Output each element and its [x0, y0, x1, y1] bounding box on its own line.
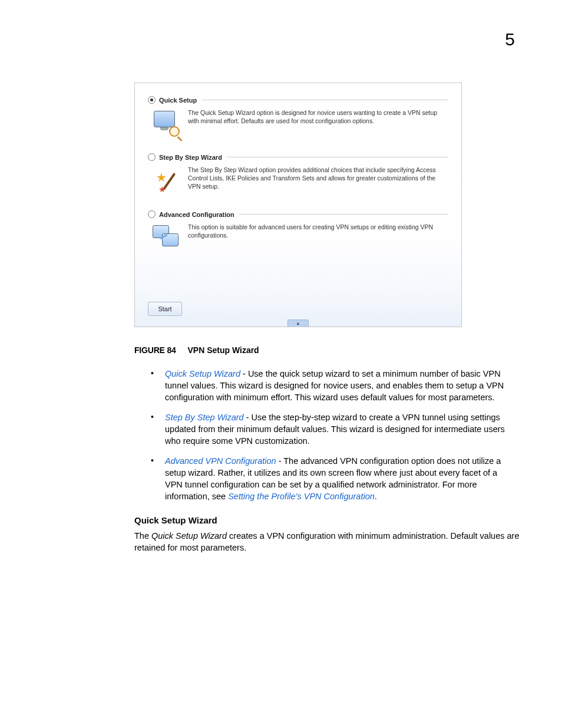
two-monitors-icon: [151, 223, 180, 251]
option-label: Step By Step Wizard: [159, 154, 222, 161]
option-label: Advanced Configuration: [159, 211, 234, 218]
radio-advanced[interactable]: [148, 210, 156, 218]
para-text: The: [134, 531, 151, 541]
page-number: 5: [505, 29, 515, 50]
figure-caption: FIGURE 84 VPN Setup Wizard: [134, 345, 516, 355]
list-item: Step By Step Wizard - Use the step-by-st…: [151, 411, 516, 447]
link-quick-setup-wizard[interactable]: Quick Setup Wizard: [165, 369, 240, 378]
option-description: The Quick Setup Wizard option is designe…: [188, 108, 448, 137]
option-step-by-step[interactable]: Step By Step Wizard ★★ The Step By Step …: [148, 153, 448, 194]
divider: [201, 100, 448, 100]
radio-quick-setup[interactable]: [148, 96, 156, 104]
list-item: Quick Setup Wizard - Use the quick setup…: [151, 368, 516, 403]
divider: [239, 214, 448, 215]
wand-icon: ★★: [151, 166, 180, 194]
figure-title: VPN Setup Wizard: [187, 345, 259, 355]
option-quick-setup[interactable]: Quick Setup The Quick Setup Wizard optio…: [148, 96, 448, 137]
radio-step-by-step[interactable]: [148, 153, 156, 161]
link-step-by-step-wizard[interactable]: Step By Step Wizard: [165, 413, 244, 422]
option-description: The Step By Step Wizard option provides …: [188, 166, 448, 194]
link-advanced-vpn-configuration[interactable]: Advanced VPN Configuration: [165, 456, 276, 466]
divider: [227, 157, 448, 157]
section-paragraph: The Quick Setup Wizard creates a VPN con…: [134, 530, 535, 554]
option-advanced-config[interactable]: Advanced Configuration This option is su…: [148, 210, 448, 251]
start-button[interactable]: Start: [148, 302, 182, 316]
section-heading: Quick Setup Wizard: [134, 515, 535, 525]
list-item: Advanced VPN Configuration - The advance…: [151, 455, 516, 502]
para-emphasis: Quick Setup Wizard: [151, 531, 227, 541]
monitor-magnifier-icon: [151, 108, 180, 137]
figure-number: FIGURE 84: [134, 345, 176, 355]
collapse-tab[interactable]: ▲: [287, 319, 309, 327]
option-description: This option is suitable for advanced use…: [188, 223, 448, 251]
vpn-wizard-panel: Quick Setup The Quick Setup Wizard optio…: [134, 83, 462, 327]
option-label: Quick Setup: [159, 97, 197, 104]
